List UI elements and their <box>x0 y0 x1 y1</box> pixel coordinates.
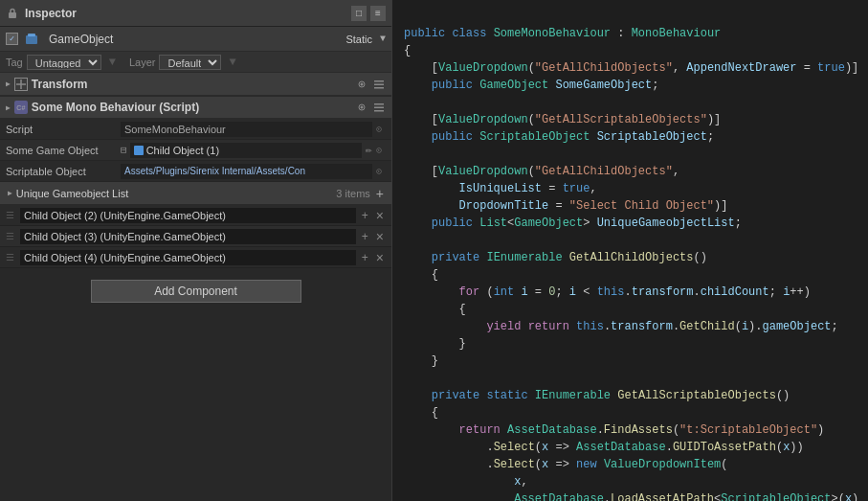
list-item: ☰ Child Object (4) (UnityEngine.GameObje… <box>0 247 391 268</box>
list-add-button[interactable]: + <box>376 186 384 201</box>
minus-sign: ⊟ <box>121 144 127 156</box>
drag-handle-3[interactable]: ☰ <box>6 252 14 263</box>
lock-icon[interactable] <box>6 7 19 20</box>
scriptable-object-value[interactable]: Assets/Plugins/Sirenix Internal/Assets/C… <box>121 164 372 179</box>
script-collapse-triangle: ▶ <box>6 103 11 112</box>
some-gameobject-field-row: Some Game Object ⊟ Child Object (1) ✏ ⊙ <box>0 140 391 161</box>
static-dropdown-arrow[interactable]: ▼ <box>380 34 386 44</box>
scriptable-object-reset-btn[interactable]: ⊙ <box>372 165 386 178</box>
some-gameobject-edit-btn[interactable]: ✏ <box>366 143 372 157</box>
svg-rect-12 <box>374 103 384 105</box>
list-item-2-value[interactable]: Child Object (3) (UnityEngine.GameObject… <box>20 229 356 244</box>
some-gameobject-value[interactable]: Child Object (1) <box>130 143 362 158</box>
list-item-3-text: Child Object (4) (UnityEngine.GameObject… <box>24 252 226 263</box>
add-component-button[interactable]: Add Component <box>91 280 301 303</box>
svg-point-6 <box>361 82 364 85</box>
menu-button[interactable]: ≡ <box>370 6 386 21</box>
list-item-1-add-btn[interactable]: + <box>360 209 370 222</box>
list-item-2-text: Child Object (3) (UnityEngine.GameObject… <box>24 231 226 242</box>
some-gameobject-label: Some Game Object <box>6 145 121 156</box>
svg-rect-2 <box>28 34 35 36</box>
script-component-header[interactable]: ▶ C# Some Mono Behaviour (Script) <box>0 96 391 119</box>
some-gameobject-reset-btn[interactable]: ⊙ <box>372 144 386 157</box>
tag-label: Tag <box>6 57 23 68</box>
tag-layer-row: Tag Untagged ▼ Layer Default ▼ <box>0 52 391 73</box>
script-gear-icon[interactable] <box>355 101 368 114</box>
svg-rect-14 <box>374 110 384 112</box>
list-item-1-value[interactable]: Child Object (2) (UnityEngine.GameObject… <box>20 208 356 223</box>
static-label: Static <box>345 34 372 45</box>
list-item-3-add-btn[interactable]: + <box>360 251 370 264</box>
list-title: Unique Gameobject List <box>16 188 337 199</box>
list-item-2-remove-btn[interactable]: × <box>374 229 386 244</box>
tag-arrow: ▼ <box>109 56 116 69</box>
inspector-header: Inspector □ ≡ <box>0 0 391 27</box>
layer-arrow: ▼ <box>229 56 235 69</box>
svg-rect-9 <box>374 87 384 89</box>
inspector-title: Inspector <box>25 7 77 20</box>
scriptable-object-value-text: Assets/Plugins/Sirenix Internal/Assets/C… <box>124 166 305 176</box>
script-context-icon[interactable] <box>372 101 386 114</box>
list-item: ☰ Child Object (3) (UnityEngine.GameObje… <box>0 226 391 247</box>
drag-handle-2[interactable]: ☰ <box>6 231 14 242</box>
script-value-text: SomeMonoBehaviour <box>124 124 226 135</box>
inspector-panel: Inspector □ ≡ GameObject Static ▼ Tag Un… <box>0 0 392 501</box>
child-object-icon <box>134 146 144 155</box>
some-gameobject-value-text: Child Object (1) <box>146 145 219 156</box>
svg-rect-8 <box>374 83 384 85</box>
maximize-button[interactable]: □ <box>351 6 367 21</box>
transform-icon <box>14 78 28 91</box>
list-count: 3 items <box>336 188 369 199</box>
list-collapse-triangle[interactable]: ▶ <box>8 189 12 197</box>
list-item: ☰ Child Object (2) (UnityEngine.GameObje… <box>0 205 391 226</box>
script-field-row: Script SomeMonoBehaviour ⊙ <box>0 119 391 140</box>
layer-dropdown[interactable]: Default <box>159 55 221 70</box>
scriptable-object-label: Scriptable Object <box>6 166 121 177</box>
inspector-title-area: Inspector <box>6 7 77 20</box>
list-item-1-remove-btn[interactable]: × <box>374 208 386 223</box>
svg-rect-13 <box>374 107 384 109</box>
list-item-1-text: Child Object (2) (UnityEngine.GameObject… <box>24 210 226 221</box>
svg-rect-1 <box>26 35 37 44</box>
script-field-label: Script <box>6 124 121 135</box>
list-section-header: ▶ Unique Gameobject List 3 items + <box>0 182 391 205</box>
gameobject-row: GameObject Static ▼ <box>0 27 391 52</box>
transform-title: Transform <box>32 78 355 91</box>
cs-script-icon: C# <box>14 101 28 114</box>
script-reset-btn[interactable]: ⊙ <box>372 123 386 136</box>
drag-handle-1[interactable]: ☰ <box>6 210 14 221</box>
svg-rect-7 <box>374 80 384 82</box>
list-item-3-value[interactable]: Child Object (4) (UnityEngine.GameObject… <box>20 250 356 265</box>
svg-point-11 <box>361 106 364 109</box>
scriptable-object-field-row: Scriptable Object Assets/Plugins/Sirenix… <box>0 161 391 182</box>
gameobject-active-checkbox[interactable] <box>6 33 18 45</box>
code-panel: public class SomeMonoBehaviour : MonoBeh… <box>392 0 868 501</box>
transform-collapse-triangle: ▶ <box>6 80 11 88</box>
transform-gear-icon[interactable] <box>355 78 368 91</box>
svg-rect-0 <box>9 12 16 18</box>
transform-context-icon[interactable] <box>372 78 386 91</box>
layer-label: Layer <box>129 57 156 68</box>
script-field-value[interactable]: SomeMonoBehaviour <box>121 122 372 137</box>
header-buttons: □ ≡ <box>351 6 386 21</box>
add-component-area: Add Component <box>0 272 391 310</box>
gameobject-name: GameObject <box>49 33 340 46</box>
list-item-3-remove-btn[interactable]: × <box>374 250 386 265</box>
list-item-2-add-btn[interactable]: + <box>360 230 370 243</box>
script-component-title: Some Mono Behaviour (Script) <box>32 101 355 114</box>
gameobject-icon <box>24 32 39 47</box>
tag-dropdown[interactable]: Untagged <box>27 55 101 70</box>
code-content: public class SomeMonoBehaviour : MonoBeh… <box>404 8 857 501</box>
transform-header[interactable]: ▶ Transform <box>0 73 391 96</box>
